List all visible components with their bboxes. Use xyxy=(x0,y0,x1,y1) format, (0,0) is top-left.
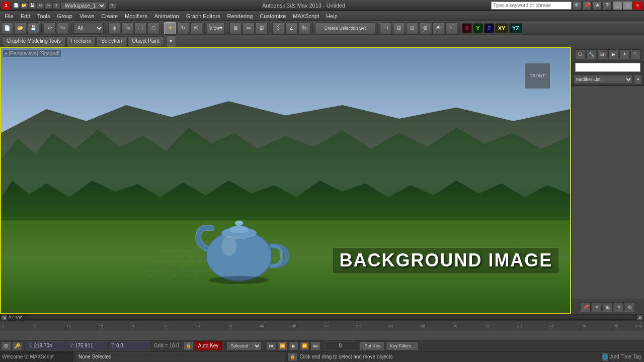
next-frame-btn[interactable]: ⏩ xyxy=(299,341,309,350)
graphite-expand-btn[interactable]: ▾ xyxy=(166,35,176,47)
menu-group[interactable]: Group xyxy=(53,11,76,21)
align-btn[interactable]: ⊞ xyxy=(256,22,268,34)
menu-edit[interactable]: Edit xyxy=(17,11,34,21)
create-sel-set[interactable]: Create Selection Set xyxy=(315,22,375,34)
redo-btn[interactable]: ↪ xyxy=(57,22,69,34)
menu-animation[interactable]: Animation xyxy=(151,11,183,21)
rp-hierarchy-btn[interactable]: ⊞ xyxy=(597,49,607,59)
timeline-frames[interactable] xyxy=(0,331,644,340)
axis-x-btn[interactable]: X xyxy=(462,23,472,33)
layer-btn[interactable]: ≡ xyxy=(445,22,457,34)
axis-z-btn[interactable]: Z xyxy=(484,23,494,33)
timeline-prev-btn[interactable]: ◀ xyxy=(1,315,7,321)
play-btn[interactable]: ▶ xyxy=(288,341,298,350)
menu-maxscript[interactable]: MAXScript xyxy=(289,11,323,21)
axis-y-btn[interactable]: Y xyxy=(473,23,483,33)
select-filter-dropdown[interactable]: All xyxy=(73,23,104,34)
rp-create-btn[interactable]: ⬡ xyxy=(575,49,585,59)
menu-tools[interactable]: Tools xyxy=(34,11,54,21)
close-btn[interactable]: ✕ xyxy=(633,2,642,10)
open-file-btn[interactable]: 📂 xyxy=(14,22,26,34)
restore-btn[interactable]: □ xyxy=(623,2,632,10)
anim-key-lock[interactable]: 🔒 xyxy=(184,341,194,350)
rp-pin-btn[interactable]: 📌 xyxy=(581,302,591,312)
menu-views[interactable]: Views xyxy=(76,11,98,21)
selected-dropdown[interactable]: Selected xyxy=(226,341,262,350)
snap-angle-btn[interactable]: ∠ xyxy=(285,22,297,34)
menu-customize[interactable]: Customize xyxy=(256,11,289,21)
rotate-tool-btn[interactable]: ↻ xyxy=(177,22,189,34)
menu-rendering[interactable]: Rendering xyxy=(224,11,257,21)
menu-graph-editors[interactable]: Graph Editors xyxy=(183,11,224,21)
array-btn[interactable]: ⊞ xyxy=(393,22,405,34)
axis-xy-btn[interactable]: XY xyxy=(495,23,508,33)
go-end-btn[interactable]: ⏭ xyxy=(310,341,320,350)
mirror-btn[interactable]: ⇔ xyxy=(243,22,255,34)
save-file-btn[interactable]: 💾 xyxy=(27,22,39,34)
axis-yz-btn[interactable]: YZ xyxy=(509,23,522,33)
menu-file[interactable]: File xyxy=(1,11,17,21)
new-scene-btn[interactable]: 📄 xyxy=(1,22,13,34)
key-filters-btn[interactable]: Key Filters... xyxy=(386,341,419,350)
select-region-btn[interactable]: ▭ xyxy=(121,22,133,34)
move-tool-btn[interactable]: ✛ xyxy=(164,22,176,34)
rp-display-btn[interactable]: 👁 xyxy=(619,49,629,59)
rp-settings-btn[interactable]: ⚙ xyxy=(625,302,635,312)
set-key-btn[interactable]: Set Key xyxy=(360,341,385,350)
scale-tool-btn[interactable]: ⇱ xyxy=(190,22,202,34)
auto-key-btn[interactable]: Auto Key xyxy=(195,341,222,350)
open-btn[interactable]: 📂 xyxy=(20,2,28,9)
selection-tab[interactable]: Selection xyxy=(97,36,126,46)
rp-motion-btn[interactable]: ▶ xyxy=(608,49,618,59)
timeline-progress-bar[interactable] xyxy=(25,316,636,320)
workspace-expand[interactable]: ▾ xyxy=(108,2,116,9)
graphite-tools-tab[interactable]: Graphite Modeling Tools xyxy=(2,36,65,46)
status-net-btn[interactable]: 🌐 xyxy=(601,352,608,361)
modifier-list-dropdown[interactable]: Modifier List xyxy=(574,75,633,84)
modifier-expand-btn[interactable]: ▾ xyxy=(634,74,642,84)
star-btn[interactable]: ★ xyxy=(593,1,602,10)
timeline-next-btn[interactable]: ▶ xyxy=(637,315,643,321)
minimize-btn[interactable]: _ xyxy=(613,2,622,10)
viewport[interactable]: BACKGROUND IMAGE FRONT + [Perspective] [… xyxy=(0,47,571,314)
ref-coord-btn[interactable]: View▾ xyxy=(207,22,225,34)
options-btn[interactable]: ▾ xyxy=(52,2,60,9)
select-lasso-btn[interactable]: 〇 xyxy=(134,22,146,34)
redo-title-btn[interactable]: ↪ xyxy=(44,2,52,9)
rp-utility-btn[interactable]: 🔨 xyxy=(630,49,640,59)
object-paint-tab[interactable]: Object Paint xyxy=(127,36,164,46)
workspace-selector[interactable]: Workspace_1 xyxy=(60,2,106,10)
hide-btn[interactable]: 👁 xyxy=(432,22,444,34)
status-lock-btn[interactable]: 🔒 xyxy=(287,352,297,361)
mini-snap-btn[interactable]: ⊞ xyxy=(1,341,11,350)
menu-help[interactable]: Help xyxy=(323,11,341,21)
undo-btn[interactable]: ↩ xyxy=(44,22,56,34)
rp-grid-btn[interactable]: ⊞ xyxy=(603,302,613,312)
pivot-btn[interactable]: ⊠ xyxy=(229,22,242,34)
rp-list-btn[interactable]: ≡ xyxy=(614,302,624,312)
pin-btn[interactable]: 📌 xyxy=(583,1,592,10)
select-paint-btn[interactable]: ⬡ xyxy=(147,22,159,34)
prev-frame-btn[interactable]: ⏪ xyxy=(277,341,287,350)
freeform-tab[interactable]: Freeform xyxy=(66,36,96,46)
select-obj-btn[interactable]: ⊕ xyxy=(108,22,120,34)
save-btn[interactable]: 💾 xyxy=(28,2,36,9)
info-btn[interactable]: ? xyxy=(603,1,612,10)
snap-percent-btn[interactable]: % xyxy=(298,22,310,34)
mini-key-btn[interactable]: 🔑 xyxy=(12,341,22,350)
search-btn[interactable]: 🔍 xyxy=(573,1,582,10)
undo-title-btn[interactable]: ↩ xyxy=(36,2,44,9)
rp-lock-btn[interactable]: ≡ xyxy=(592,302,602,312)
keyword-search[interactable] xyxy=(491,2,572,10)
go-start-btn[interactable]: ⏮ xyxy=(266,341,276,350)
mirror-tool-btn[interactable]: ⊣ xyxy=(380,22,392,34)
menu-modifiers[interactable]: Modifiers xyxy=(121,11,151,21)
rp-search-input[interactable] xyxy=(575,63,640,72)
menu-create[interactable]: Create xyxy=(98,11,121,21)
align3-btn[interactable]: ⊠ xyxy=(419,22,431,34)
frame-input[interactable]: 0 xyxy=(325,341,355,350)
align2-btn[interactable]: ⊟ xyxy=(406,22,418,34)
snap-3d-btn[interactable]: 3 xyxy=(272,22,284,34)
rp-modify-btn[interactable]: 🔧 xyxy=(586,49,596,59)
new-btn[interactable]: 📄 xyxy=(12,2,20,9)
